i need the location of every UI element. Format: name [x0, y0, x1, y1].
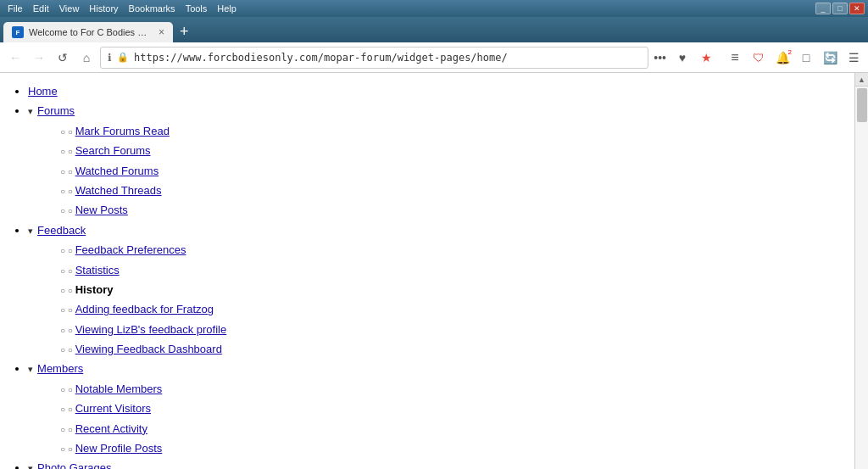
screenshot-icon[interactable]: □ — [797, 48, 815, 67]
new-tab-button[interactable]: + — [173, 24, 196, 39]
nav-child-3-1: ○ Current Visitors — [60, 399, 842, 418]
nav-child-1-2: ○ Watched Forums — [60, 161, 842, 181]
tab-bar: F Welcome to For C Bodies Only × + — [0, 17, 868, 42]
nav-child-link-3-0[interactable]: Notable Members — [75, 382, 163, 395]
bullet-circle: ○ — [68, 246, 75, 255]
menu-item-history[interactable]: History — [85, 2, 122, 15]
scroll-up[interactable]: ▲ — [855, 73, 868, 87]
nav-child-link-3-1[interactable]: Current Visitors — [75, 402, 151, 415]
nav-child-link-3-3[interactable]: New Profile Posts — [75, 442, 163, 455]
info-icon: ℹ — [108, 52, 112, 64]
nav-child-2-0: ○ Feedback Preferences — [60, 240, 842, 260]
nav-item-0: Home — [28, 81, 842, 101]
nav-child-link-2-3[interactable]: Adding feedback for Fratzog — [75, 303, 214, 315]
menu-item-view[interactable]: View — [55, 2, 84, 15]
nav-child-3-2: ○ Recent Activity — [60, 419, 842, 438]
nav-link-0[interactable]: Home — [28, 85, 58, 98]
nav-child-link-1-0[interactable]: Mark Forums Read — [75, 125, 170, 137]
maximize-button[interactable]: □ — [832, 3, 848, 14]
bullet-circle: ○ — [68, 266, 75, 276]
notification-icon[interactable]: 🔔2 — [773, 48, 792, 67]
bullet-circle: ○ — [68, 345, 75, 355]
title-bar: FileEditViewHistoryBookmarksToolsHelp _□… — [0, 0, 868, 17]
bookmark-icon[interactable]: ★ — [697, 48, 715, 67]
nav-child-link-1-2[interactable]: Watched Forums — [75, 165, 159, 177]
nav-link-2[interactable]: Feedback — [37, 224, 86, 237]
scroll-thumb[interactable] — [857, 88, 867, 122]
bullet-circle: ○ — [68, 167, 75, 176]
bullet-circle: ○ — [68, 147, 75, 156]
nav-child-1-3: ○ Watched Threads — [60, 181, 842, 200]
bullet-circle: ○ — [68, 425, 75, 434]
address-bar: ← → ↺ ⌂ ℹ 🔒 https://www.forcbodiesonly.c… — [0, 42, 868, 73]
refresh-button[interactable]: ↺ — [53, 47, 73, 68]
nav-item-2: ▾ Feedback○ Feedback Preferences○ Statis… — [28, 221, 842, 360]
scrollbar[interactable]: ▲ — [854, 73, 868, 469]
nav-child-link-2-2: History — [75, 283, 114, 296]
bullet-circle: ○ — [68, 286, 75, 295]
nav-child-link-1-1[interactable]: Search Forums — [75, 144, 151, 157]
close-button[interactable]: ✕ — [849, 3, 865, 14]
active-tab[interactable]: F Welcome to For C Bodies Only × — [3, 22, 173, 42]
nav-item-1: ▾ Forums○ Mark Forums Read○ Search Forum… — [28, 101, 842, 220]
nav-child-2-4: ○ Viewing LizB's feedback profile — [60, 320, 842, 339]
nav-child-2-2: ○ History — [60, 280, 842, 299]
nav-child-3-0: ○ Notable Members — [60, 379, 842, 399]
address-actions: ••• ♥ ★ — [652, 48, 715, 67]
home-button[interactable]: ⌂ — [76, 47, 97, 68]
window-controls: _□✕ — [815, 3, 865, 14]
lock-icon: 🔒 — [117, 52, 129, 63]
bullet-circle: ○ — [68, 444, 75, 454]
nav-child-1-4: ○ New Posts — [60, 200, 842, 220]
nav-child-link-2-1[interactable]: Statistics — [75, 264, 120, 276]
back-button[interactable]: ← — [5, 47, 25, 68]
address-input[interactable]: ℹ 🔒 https://www.forcbodiesonly.com/mopar… — [100, 47, 648, 69]
menu-bar: FileEditViewHistoryBookmarksToolsHelp — [3, 2, 241, 15]
bullet-circle: ○ — [68, 326, 75, 335]
expand-arrow-3[interactable]: ▾ — [28, 364, 36, 374]
nav-child-link-2-4[interactable]: Viewing LizB's feedback profile — [75, 323, 227, 336]
nav-child-link-2-0[interactable]: Feedback Preferences — [75, 243, 186, 256]
menu-item-tools[interactable]: Tools — [181, 2, 212, 15]
menu-item-file[interactable]: File — [3, 2, 27, 15]
nav-child-2-1: ○ Statistics — [60, 260, 842, 280]
menu-item-bookmarks[interactable]: Bookmarks — [125, 2, 180, 15]
nav-link-1[interactable]: Forums — [37, 104, 75, 117]
expand-arrow-4[interactable]: ▾ — [28, 463, 36, 469]
bullet-circle: ○ — [68, 385, 75, 394]
nav-child-link-2-5[interactable]: Viewing Feedback Dashboard — [75, 343, 222, 355]
sync-icon[interactable]: 🔄 — [821, 48, 839, 67]
nav-child-3-3: ○ New Profile Posts — [60, 438, 842, 458]
library-icon[interactable]: ≡ — [726, 48, 744, 67]
bullet-circle: ○ — [68, 305, 75, 315]
bullet-circle: ○ — [68, 405, 75, 414]
menu-icon[interactable]: ☰ — [844, 48, 863, 67]
nav-child-link-1-4[interactable]: New Posts — [75, 204, 128, 216]
content-wrapper: Home▾ Forums○ Mark Forums Read○ Search F… — [0, 73, 868, 469]
nav-child-link-1-3[interactable]: Watched Threads — [75, 184, 162, 197]
toolbar-icons: ≡ 🛡 🔔2 □ 🔄 ☰ — [726, 48, 863, 67]
nav-child-2-5: ○ Viewing Feedback Dashboard — [60, 339, 842, 359]
nav-link-4[interactable]: Photo Garages — [37, 461, 111, 469]
nav-child-link-3-2[interactable]: Recent Activity — [75, 422, 147, 435]
bullet-circle: ○ — [68, 206, 75, 215]
main-nav-list: Home▾ Forums○ Mark Forums Read○ Search F… — [13, 81, 842, 469]
tab-close-button[interactable]: × — [159, 26, 164, 38]
bullet-circle: ○ — [68, 187, 75, 196]
menu-item-help[interactable]: Help — [213, 2, 241, 15]
tab-title: Welcome to For C Bodies Only — [29, 27, 153, 37]
expand-arrow-1[interactable]: ▾ — [28, 106, 36, 116]
shield-icon[interactable]: 🛡 — [749, 48, 768, 67]
forward-button[interactable]: → — [29, 47, 49, 68]
menu-item-edit[interactable]: Edit — [29, 2, 53, 15]
nav-child-1-1: ○ Search Forums — [60, 141, 842, 160]
tab-favicon: F — [12, 26, 24, 38]
nav-child-2-3: ○ Adding feedback for Fratzog — [60, 299, 842, 319]
nav-link-3[interactable]: Members — [37, 362, 83, 375]
nav-item-4: ▾ Photo Garages○ Mark Viewed○ Search Gar… — [28, 458, 842, 469]
minimize-button[interactable]: _ — [815, 3, 831, 14]
pocket-icon[interactable]: ♥ — [673, 48, 692, 67]
more-actions-button[interactable]: ••• — [652, 49, 668, 66]
expand-arrow-2[interactable]: ▾ — [28, 226, 36, 236]
nav-child-1-0: ○ Mark Forums Read — [60, 121, 842, 141]
